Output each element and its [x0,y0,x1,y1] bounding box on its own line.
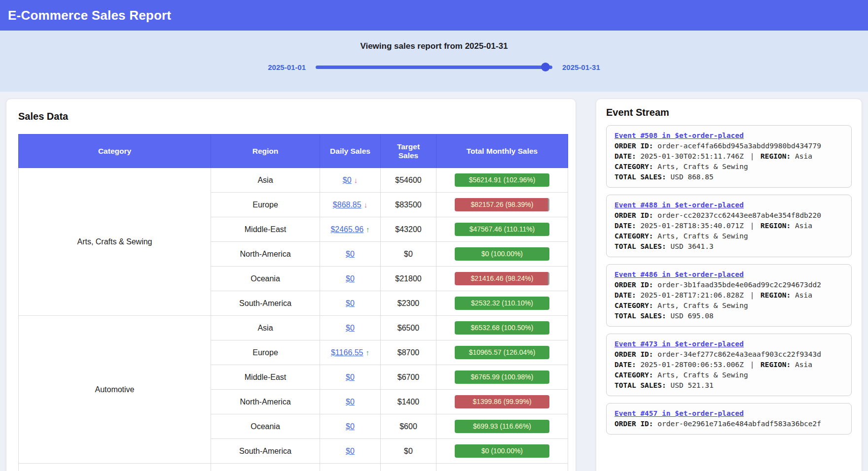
target-sales-cell: $21800 [381,267,436,291]
event-link-line: Event #457 in $et-order-placed [615,408,843,419]
column-header-target-sales: Target Sales [381,135,436,168]
daily-sales-link[interactable]: $0 [343,176,352,184]
total-sales-badge: $56214.91 (102.96%) [455,173,549,187]
target-sales-cell: $6700 [381,365,436,390]
daily-sales-link[interactable]: $0 [346,299,355,307]
total-sales-badge: $6765.99 (100.98%) [455,370,549,384]
trend-up-icon: ↑ [366,225,370,234]
event-total-line: TOTAL SALES: USD 3641.3 [615,241,843,252]
event-card: Event #488 in $et-order-placedORDER ID: … [606,195,852,257]
region-label: REGION: [760,222,791,230]
total-sales-label: TOTAL SALES: [615,242,666,250]
event-date-region-line: DATE: 2025-01-30T02:51:11.746Z | REGION:… [615,151,843,162]
total-monthly-sales-cell: $1399.86 (99.99%) [436,390,568,414]
empty-cell [381,464,436,471]
daily-sales-cell: $0 [320,291,381,316]
empty-cell [19,464,211,471]
total-sales-badge: $0 (100.00%) [455,444,549,458]
order-id-label: ORDER ID: [615,281,653,289]
column-header-daily-sales: Daily Sales [320,135,381,168]
event-card: Event #486 in $et-order-placedORDER ID: … [606,264,852,327]
total-sales-badge: $21416.46 (98.24%) [455,272,549,285]
daily-sales-link[interactable]: $0 [346,422,355,431]
daily-sales-link[interactable]: $2465.96 [330,225,363,234]
event-category-line: CATEGORY: Arts, Crafts & Sewing [615,370,843,380]
sales-table-row: Arts, Crafts & SewingAsia$0↓$54600$56214… [19,168,568,193]
event-order-id-line: ORDER ID: order-34ef277c862e4a3eaaf903cc… [615,349,843,360]
region-cell: Europe [211,193,320,217]
event-stream-panel: Event Stream Event #508 in $et-order-pla… [596,99,862,471]
sales-table-row: AutomotiveAsia$0$6500$6532.68 (100.50%) [19,316,568,340]
daily-sales-cell: $1166.55↑ [320,340,381,365]
category-label: CATEGORY: [615,232,653,240]
empty-cell [211,464,320,471]
region-label: REGION: [760,291,791,299]
slider-track[interactable] [316,66,552,69]
target-sales-cell: $83500 [381,193,436,217]
event-link[interactable]: Event #508 in $et-order-placed [615,132,744,139]
daily-sales-link[interactable]: $0 [346,373,355,381]
target-sales-cell: $0 [381,242,436,267]
event-total-line: TOTAL SALES: USD 521.31 [615,380,843,391]
daily-sales-link[interactable]: $0 [346,447,355,455]
total-sales-badge: $2532.32 (110.10%) [455,297,549,310]
category-cell: Automotive [19,316,211,464]
total-monthly-sales-cell: $0 (100.00%) [436,242,568,267]
total-sales-badge: $1399.86 (99.99%) [455,395,549,408]
date-range-slider[interactable] [316,62,552,72]
region-cell: North-America [211,242,320,267]
daily-sales-cell: $0 [320,365,381,390]
event-link[interactable]: Event #473 in $et-order-placed [615,340,744,348]
category-label: CATEGORY: [615,163,653,170]
event-link-line: Event #486 in $et-order-placed [615,269,843,280]
date-label: DATE: [615,291,636,299]
date-label: DATE: [615,361,636,369]
daily-sales-link[interactable]: $0 [346,398,355,406]
total-sales-badge: $82157.26 (98.39%) [455,198,549,211]
region-cell: Middle-East [211,217,320,242]
slider-thumb[interactable] [541,63,550,71]
region-cell: South-America [211,291,320,316]
date-label: DATE: [615,152,636,160]
trend-down-icon: ↓ [354,176,358,184]
daily-sales-link[interactable]: $1166.55 [331,348,363,357]
target-sales-cell: $600 [381,414,436,439]
separator: | [748,361,757,369]
event-order-id-line: ORDER ID: order-3b1faad35bde4e06ad99c2c2… [615,280,843,290]
sales-table-header-row: CategoryRegionDaily SalesTarget SalesTot… [19,135,568,168]
total-sales-label: TOTAL SALES: [615,173,666,181]
event-link[interactable]: Event #488 in $et-order-placed [615,201,744,209]
sales-table-row-partial [19,464,568,471]
daily-sales-link[interactable]: $0 [346,274,355,283]
empty-cell [436,464,568,471]
order-id-label: ORDER ID: [615,142,653,150]
daily-sales-link[interactable]: $0 [346,250,355,258]
slider-end-label: 2025-01-31 [562,63,600,71]
daily-sales-link[interactable]: $0 [346,324,355,332]
app-header: E-Commerce Sales Report [0,0,868,31]
region-label: REGION: [760,152,791,160]
target-sales-cell: $43200 [381,217,436,242]
event-link-line: Event #488 in $et-order-placed [615,200,843,210]
total-monthly-sales-cell: $21416.46 (98.24%) [436,267,568,291]
total-monthly-sales-cell: $82157.26 (98.39%) [436,193,568,217]
daily-sales-cell: $0 [320,414,381,439]
event-link[interactable]: Event #486 in $et-order-placed [615,270,744,278]
event-card: Event #473 in $et-order-placedORDER ID: … [606,334,852,396]
total-monthly-sales-cell: $6765.99 (100.98%) [436,365,568,390]
region-cell: Oceania [211,414,320,439]
event-link[interactable]: Event #457 in $et-order-placed [615,409,744,417]
target-sales-cell: $6500 [381,316,436,340]
order-id-label: ORDER ID: [615,420,653,428]
region-cell: Asia [211,316,320,340]
daily-sales-cell: $2465.96↑ [320,217,381,242]
total-monthly-sales-cell: $0 (100.00%) [436,439,568,464]
daily-sales-cell: $0 [320,439,381,464]
category-label: CATEGORY: [615,302,653,309]
daily-sales-link[interactable]: $868.85 [333,201,362,209]
total-monthly-sales-cell: $699.93 (116.66%) [436,414,568,439]
order-id-label: ORDER ID: [615,350,653,358]
total-monthly-sales-cell: $47567.46 (110.11%) [436,217,568,242]
target-sales-cell: $54600 [381,168,436,193]
category-cell: Arts, Crafts & Sewing [19,168,211,316]
